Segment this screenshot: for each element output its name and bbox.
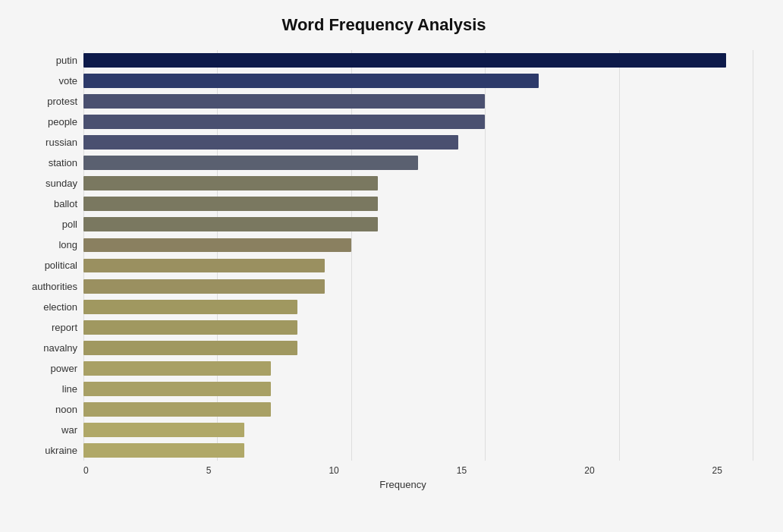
bar-report: [83, 320, 297, 335]
y-label-long: long: [58, 240, 77, 250]
y-label-authorities: authorities: [32, 282, 77, 291]
bar-authorities: [83, 279, 325, 294]
bar-row-people: [83, 112, 753, 132]
bar-row-ballot: [83, 194, 753, 214]
y-label-putin: putin: [56, 55, 77, 65]
bar-power: [83, 361, 271, 376]
y-label-political: political: [45, 260, 77, 270]
bar-station: [83, 156, 418, 170]
y-label-vote: vote: [58, 76, 77, 86]
y-label-people: people: [48, 117, 77, 127]
grid-line-25: [753, 50, 753, 461]
bar-row-navalny: [83, 338, 753, 358]
bar-row-ukraine: [83, 440, 753, 461]
x-tick-25: 25: [712, 465, 722, 476]
bar-people: [83, 115, 485, 129]
bar-row-poll: [83, 214, 753, 235]
y-label-ballot: ballot: [54, 199, 77, 209]
bar-poll: [83, 217, 378, 231]
bar-sunday: [83, 176, 378, 190]
y-label-station: station: [49, 158, 77, 168]
y-label-line: line: [62, 384, 77, 394]
x-tick-0: 0: [83, 465, 89, 476]
y-label-poll: poll: [62, 219, 77, 229]
y-label-power: power: [51, 364, 77, 373]
x-tick-15: 15: [457, 465, 467, 476]
bar-row-report: [83, 317, 753, 338]
bar-putin: [83, 53, 726, 68]
bar-row-long: [83, 235, 753, 255]
y-axis-labels: putinvoteprotestpeoplerussianstationsund…: [15, 50, 83, 461]
y-label-russian: russian: [46, 137, 77, 147]
y-label-protest: protest: [47, 96, 77, 106]
bar-navalny: [83, 341, 297, 355]
bar-noon: [83, 402, 271, 417]
bar-ballot: [83, 197, 378, 211]
bars-area: [83, 50, 753, 461]
y-label-sunday: sunday: [46, 178, 77, 188]
y-label-election: election: [43, 302, 77, 312]
y-label-noon: noon: [55, 405, 77, 414]
x-axis: 0510152025 Frequency: [83, 461, 722, 499]
bar-row-protest: [83, 91, 753, 112]
bar-ukraine: [83, 443, 244, 458]
y-label-war: war: [61, 425, 77, 435]
x-tick-10: 10: [329, 465, 338, 476]
bar-row-authorities: [83, 276, 753, 297]
bar-war: [83, 423, 244, 437]
bar-long: [83, 238, 351, 253]
bar-protest: [83, 94, 485, 109]
bar-row-russian: [83, 132, 753, 153]
bar-vote: [83, 74, 539, 88]
bar-row-power: [83, 358, 753, 379]
x-axis-label: Frequency: [83, 479, 722, 490]
x-tick-5: 5: [206, 465, 212, 476]
chart-title: Word Frequency Analysis: [15, 15, 753, 35]
bar-row-political: [83, 256, 753, 276]
bar-russian: [83, 135, 458, 150]
bar-row-sunday: [83, 173, 753, 194]
bar-election: [83, 300, 297, 314]
bar-row-vote: [83, 71, 753, 91]
bar-row-station: [83, 153, 753, 173]
bar-row-war: [83, 420, 753, 440]
bar-political: [83, 259, 325, 273]
bar-line: [83, 382, 271, 396]
chart-container: Word Frequency Analysis putinvoteprotest…: [0, 0, 783, 532]
y-label-report: report: [52, 323, 77, 332]
bar-row-putin: [83, 50, 753, 71]
x-tick-20: 20: [584, 465, 594, 476]
bar-row-line: [83, 379, 753, 399]
bar-row-noon: [83, 399, 753, 420]
y-label-navalny: navalny: [43, 343, 77, 353]
y-label-ukraine: ukraine: [45, 445, 77, 455]
bar-row-election: [83, 297, 753, 317]
